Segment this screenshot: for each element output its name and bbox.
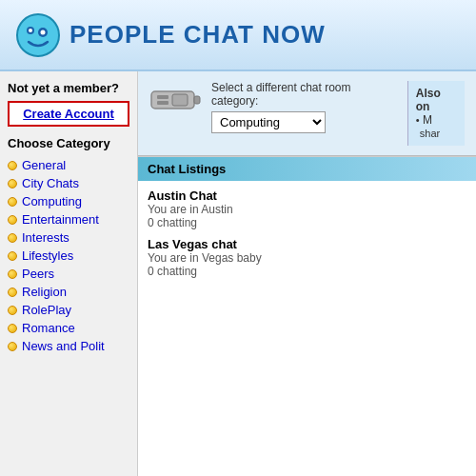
category-select[interactable]: GeneralCity ChatsComputingEntertainmentI… [211,111,326,133]
bullet-icon [8,197,17,207]
chat-room-count: 0 chatting [148,265,466,278]
also-on-title: Also on [416,87,457,113]
also-on-sub: • M shar [416,113,457,140]
choose-category-label: Choose Category [8,136,129,150]
chat-listings-header: Chat Listings [138,157,476,181]
logo-icon [14,11,62,59]
bullet-icon [8,233,17,243]
sidebar-category-item[interactable]: General [8,156,129,174]
svg-rect-8 [157,101,169,105]
sidebar-category-item[interactable]: Entertainment [8,210,129,228]
bullet-icon [8,269,17,279]
chat-listings-panel: Chat Listings Austin ChatYou are in Aust… [138,156,476,476]
bullet-icon [8,215,17,225]
create-account-button[interactable]: Create Account [8,101,129,127]
category-item-label: Entertainment [22,212,99,227]
chat-room-count: 0 chatting [148,216,466,229]
site-header: PEOPLE CHAT NOW [0,0,476,71]
sidebar-category-item[interactable]: Religion [8,283,129,301]
category-item-label: General [22,158,66,172]
category-item-label: Religion [22,285,67,299]
category-item-label: Lifestyles [22,248,73,263]
chat-room-description: You are in Vegas baby [148,251,466,265]
sidebar-category-item[interactable]: News and Polit [8,337,129,355]
svg-point-4 [41,30,46,34]
category-item-label: News and Polit [22,339,105,353]
bullet-icon [8,179,17,188]
sidebar-category-item[interactable]: Lifestyles [8,247,129,265]
also-on-panel: Also on • M shar [407,81,465,146]
main-layout: Not yet a member? Create Account Choose … [0,71,476,476]
svg-rect-6 [194,96,200,104]
bullet-icon [8,288,17,297]
category-item-label: Interests [22,230,69,245]
select-category-label: Select a different chat room category: [211,81,398,108]
category-item-label: RolePlay [22,303,71,317]
category-select-area: Select a different chat room category: G… [211,81,398,133]
site-title: PEOPLE CHAT NOW [69,20,326,50]
chat-room-name[interactable]: Las Vegas chat [148,237,466,251]
chat-room-item: Austin ChatYou are in Austin0 chatting [148,188,466,229]
category-item-label: Peers [22,267,54,281]
svg-point-0 [17,14,59,56]
sidebar: Not yet a member? Create Account Choose … [0,71,138,476]
sidebar-category-item[interactable]: Interests [8,228,129,247]
sidebar-category-item[interactable]: RolePlay [8,301,129,319]
svg-point-2 [29,29,32,32]
usb-icon [149,81,202,119]
not-member-section: Not yet a member? Create Account [8,81,129,127]
sidebar-category-item[interactable]: City Chats [8,174,129,192]
svg-rect-9 [172,94,188,106]
sidebar-category-item[interactable]: Romance [8,319,129,337]
chat-room-description: You are in Austin [148,203,466,216]
svg-rect-7 [157,95,169,99]
chat-room-item: Las Vegas chatYou are in Vegas baby0 cha… [148,237,466,278]
category-list: GeneralCity ChatsComputingEntertainmentI… [8,156,129,355]
not-member-label: Not yet a member? [8,81,129,95]
category-item-label: Computing [22,194,82,208]
content-area: Select a different chat room category: G… [138,71,476,476]
chat-room-name[interactable]: Austin Chat [148,188,466,203]
bullet-icon [8,251,17,261]
bullet-icon [8,306,17,315]
category-bar: Select a different chat room category: G… [138,71,476,156]
sidebar-category-item[interactable]: Peers [8,265,129,283]
category-item-label: Romance [22,321,75,335]
bullet-icon [8,342,17,351]
category-item-label: City Chats [22,176,79,190]
sidebar-category-item[interactable]: Computing [8,192,129,210]
bullet-icon [8,161,17,170]
bullet-icon [8,324,17,333]
chat-listings-body: Austin ChatYou are in Austin0 chattingLa… [138,181,476,293]
